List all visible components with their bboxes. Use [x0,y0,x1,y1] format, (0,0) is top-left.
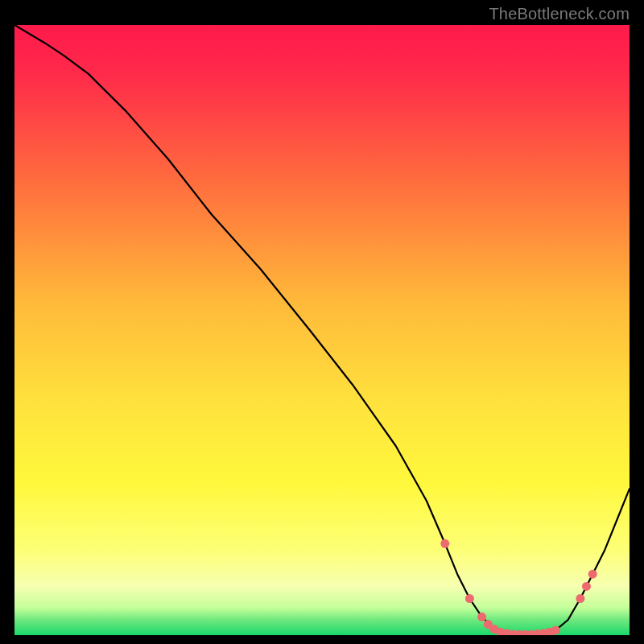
chart-svg [14,25,630,635]
curve-marker [440,539,449,548]
chart-container: TheBottleneck.com [0,0,644,644]
plot-area [14,25,630,635]
svg-rect-0 [14,25,630,635]
curve-marker [465,594,474,603]
curve-marker [551,625,560,634]
watermark-text: TheBottleneck.com [489,5,630,23]
curve-marker [576,594,584,603]
curve-marker [588,570,597,579]
curve-marker [582,582,591,591]
curve-marker [477,613,486,621]
